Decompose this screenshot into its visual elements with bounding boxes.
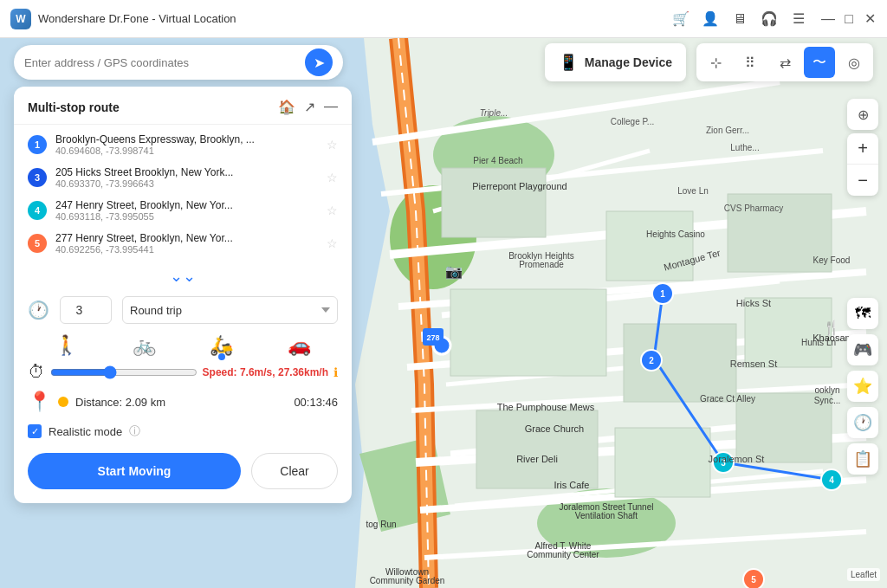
- route-coords-4: 40.693118, -73.995055: [55, 211, 318, 222]
- sidebar-title: Multi-stop route: [28, 100, 278, 114]
- start-moving-button[interactable]: Start Moving: [28, 453, 241, 489]
- map-tools-bar: ⊹ ⠿ ⇄ 〜 ◎: [696, 43, 873, 81]
- clear-button[interactable]: Clear: [251, 453, 338, 489]
- one-stop-tool-button[interactable]: ⠿: [735, 47, 766, 78]
- route-name-5: 277 Henry Street, Brooklyn, New Yor...: [55, 232, 318, 244]
- bike-mode-button[interactable]: 🚲: [106, 334, 184, 357]
- svg-text:College P...: College P...: [611, 117, 654, 126]
- route-item-3: 3 205 Hicks Street Brooklyn, New York...…: [14, 161, 352, 194]
- map-right-controls: ⊕ + −: [847, 99, 878, 196]
- svg-text:Remsen St: Remsen St: [730, 359, 777, 369]
- user-icon[interactable]: 👤: [702, 10, 719, 28]
- settings-row: 🕐 Round trip One-way: [14, 289, 352, 331]
- expand-arrow-icon[interactable]: ⌄⌄: [170, 267, 196, 286]
- search-submit-button[interactable]: ➤: [305, 48, 333, 76]
- svg-text:Joralemon St: Joralemon St: [709, 454, 765, 464]
- star-icon-5[interactable]: ☆: [327, 236, 338, 250]
- svg-text:The Pumphouse Mews: The Pumphouse Mews: [497, 402, 595, 412]
- manage-device-icon: 📱: [559, 53, 578, 72]
- zoom-out-button[interactable]: −: [847, 165, 878, 196]
- maximize-button[interactable]: □: [842, 12, 856, 26]
- route-item-4: 4 247 Henry Street, Brooklyn, New Yor...…: [14, 194, 352, 227]
- minimize-button[interactable]: —: [821, 12, 835, 26]
- manage-device-label: Manage Device: [585, 55, 672, 69]
- collapse-icon[interactable]: —: [324, 99, 338, 115]
- speed-slider[interactable]: [50, 365, 197, 379]
- svg-rect-7: [606, 211, 693, 281]
- repeat-count-input[interactable]: [60, 296, 112, 324]
- route-item: 1 Brooklyn-Queens Expressway, Brooklyn, …: [14, 128, 352, 161]
- svg-text:Zion Gerr...: Zion Gerr...: [706, 126, 749, 135]
- star-icon-4[interactable]: ☆: [327, 204, 338, 217]
- selected-mode-dot: [218, 353, 225, 360]
- expand-row: ⌄⌄: [14, 263, 352, 289]
- route-coords-5: 40.692256, -73.995441: [55, 244, 318, 255]
- route-name-3: 205 Hicks Street Brooklyn, New York...: [55, 166, 318, 178]
- realistic-mode-label: Realistic mode: [49, 425, 122, 438]
- transport-mode-selector: 🚶 🚲 🛵 🚗: [28, 334, 338, 357]
- search-input[interactable]: [24, 56, 305, 69]
- close-button[interactable]: ✕: [863, 12, 877, 26]
- svg-text:Heights Casino: Heights Casino: [646, 229, 705, 239]
- joystick-tool-button[interactable]: ◎: [838, 47, 870, 78]
- svg-text:Sync...: Sync...: [814, 396, 841, 405]
- svg-text:Iris Cafe: Iris Cafe: [554, 480, 590, 490]
- distance-label: Distance: 2.09 km: [75, 396, 165, 409]
- svg-text:5: 5: [751, 575, 756, 585]
- manage-device-button[interactable]: 📱 Manage Device: [545, 43, 686, 81]
- menu-icon[interactable]: ☰: [790, 10, 807, 28]
- notes-app-icon[interactable]: 📋: [847, 443, 878, 475]
- star-icon-1[interactable]: ☆: [327, 138, 338, 152]
- route-tool-button[interactable]: 〜: [804, 47, 835, 78]
- svg-rect-5: [450, 289, 606, 376]
- svg-text:🍴: 🍴: [823, 320, 840, 336]
- route-coords-1: 40.694608, -73.998741: [55, 145, 318, 156]
- multi-stop-tool-button[interactable]: ⇄: [769, 47, 800, 78]
- svg-text:CVS Pharmacy: CVS Pharmacy: [724, 204, 783, 213]
- svg-text:Love Ln: Love Ln: [677, 186, 709, 196]
- home-icon[interactable]: 🏠: [278, 99, 295, 115]
- route-dot-5: 5: [28, 234, 47, 253]
- route-name-1: Brooklyn-Queens Expressway, Brooklyn, ..…: [55, 133, 318, 145]
- walk-mode-button[interactable]: 🚶: [28, 334, 106, 357]
- route-info-4: 247 Henry Street, Brooklyn, New Yor... 4…: [55, 199, 318, 222]
- route-dot-3: 3: [28, 168, 47, 187]
- svg-text:Grace Ct Alley: Grace Ct Alley: [700, 394, 755, 404]
- export-icon[interactable]: ↗: [304, 99, 315, 115]
- route-coords-3: 40.693370, -73.996643: [55, 178, 318, 189]
- bike-icon: 🚲: [133, 334, 156, 357]
- window-controls: — □ ✕: [821, 12, 877, 26]
- svg-text:Community Garden: Community Garden: [370, 576, 445, 585]
- car-icon: 🚗: [288, 334, 311, 357]
- main-content: 1 2 3 4 5 Triple... Pier 4 Beach Pierrep…: [0, 38, 887, 588]
- scooter-mode-button[interactable]: 🛵: [183, 334, 261, 357]
- location-button[interactable]: ⊕: [847, 99, 878, 130]
- route-info-5: 277 Henry Street, Brooklyn, New Yor... 4…: [55, 232, 318, 255]
- svg-text:River Deli: River Deli: [516, 454, 558, 464]
- game-icon[interactable]: 🎮: [847, 334, 878, 365]
- distance-row: 📍 Distance: 2.09 km 00:13:46: [14, 385, 352, 418]
- zoom-in-button[interactable]: +: [847, 133, 878, 165]
- app-title: Wondershare Dr.Fone - Virtual Location: [38, 12, 672, 25]
- svg-text:Grace Church: Grace Church: [525, 423, 584, 434]
- headset-icon[interactable]: 🎧: [761, 10, 778, 28]
- star-icon-3[interactable]: ☆: [327, 171, 338, 184]
- svg-text:Luthe...: Luthe...: [730, 143, 759, 152]
- clock-app-icon[interactable]: 🕐: [847, 407, 878, 438]
- cart-icon[interactable]: 🛒: [672, 10, 690, 28]
- speed-info-icon[interactable]: ℹ: [333, 365, 338, 379]
- realistic-mode-checkbox[interactable]: ✓: [28, 424, 42, 438]
- car-mode-button[interactable]: 🚗: [261, 334, 339, 357]
- search-bar[interactable]: ➤: [14, 45, 343, 80]
- route-dot-4: 4: [28, 201, 47, 220]
- device-icon[interactable]: 🖥: [731, 10, 748, 28]
- teleport-tool-button[interactable]: ⊹: [700, 47, 731, 78]
- realistic-mode-info-icon[interactable]: ⓘ: [129, 423, 140, 439]
- svg-text:Pier 4 Beach: Pier 4 Beach: [473, 156, 522, 165]
- trip-type-select[interactable]: Round trip One-way: [122, 296, 338, 324]
- svg-text:Key Food: Key Food: [813, 255, 851, 265]
- svg-rect-4: [442, 168, 546, 237]
- star-app-icon[interactable]: ⭐: [847, 371, 878, 402]
- google-maps-icon[interactable]: 🗺: [847, 298, 878, 329]
- route-name-4: 247 Henry Street, Brooklyn, New Yor...: [55, 199, 318, 211]
